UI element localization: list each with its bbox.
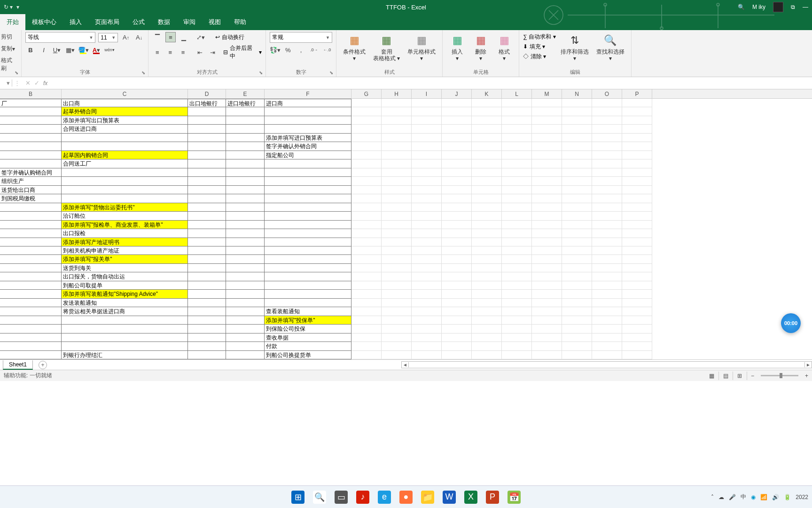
cell[interactable]: 添加并填写"报检单、商业发票、装箱单": [62, 221, 188, 229]
cell[interactable]: [382, 142, 412, 151]
cell[interactable]: [622, 272, 652, 281]
cell[interactable]: [592, 299, 622, 307]
tab-view[interactable]: 视图: [202, 14, 227, 30]
cell[interactable]: [562, 194, 592, 203]
cell[interactable]: [265, 159, 351, 168]
avatar[interactable]: [773, 2, 783, 12]
cell[interactable]: [622, 342, 652, 350]
cell[interactable]: [622, 290, 652, 298]
taskbar-firefox-icon[interactable]: ●: [397, 488, 415, 507]
cell[interactable]: [442, 134, 472, 142]
cell[interactable]: [622, 246, 652, 255]
cell[interactable]: [442, 281, 472, 290]
cell[interactable]: [532, 194, 562, 203]
cell[interactable]: [0, 151, 62, 159]
cell[interactable]: [472, 299, 502, 307]
cell[interactable]: [622, 134, 652, 142]
cell[interactable]: [351, 134, 382, 142]
cell[interactable]: [412, 125, 442, 133]
merge-center-button[interactable]: ⊟合并后居中▾: [223, 44, 262, 60]
format-as-table-button[interactable]: ▦套用表格格式 ▾: [370, 32, 403, 68]
cell[interactable]: [622, 212, 652, 220]
cell[interactable]: [62, 194, 188, 203]
cell[interactable]: [532, 177, 562, 185]
cell[interactable]: [351, 333, 382, 342]
cell[interactable]: [188, 290, 226, 298]
cell[interactable]: [351, 229, 382, 238]
cell[interactable]: [226, 229, 265, 238]
cell[interactable]: [62, 342, 188, 350]
cell[interactable]: [472, 151, 502, 159]
cell[interactable]: [622, 194, 652, 203]
align-center-icon[interactable]: ≡: [165, 47, 175, 57]
view-layout-icon[interactable]: ▤: [719, 372, 733, 380]
cell[interactable]: [265, 203, 351, 212]
cell[interactable]: [188, 342, 226, 350]
copy-button[interactable]: 复制 ▾: [1, 44, 17, 54]
cell[interactable]: [502, 238, 532, 246]
cell[interactable]: [188, 272, 226, 281]
cell[interactable]: [351, 246, 382, 255]
cell[interactable]: [226, 168, 265, 177]
cell[interactable]: [502, 264, 532, 272]
cell[interactable]: 送货给出口商: [0, 186, 62, 194]
cell[interactable]: [562, 203, 592, 212]
cell[interactable]: 查看装船通知: [265, 307, 351, 316]
cell[interactable]: [265, 264, 351, 272]
cell[interactable]: [502, 151, 532, 159]
cell[interactable]: [562, 229, 592, 238]
cell[interactable]: 起草国内购销合同: [62, 151, 188, 159]
cell[interactable]: [442, 229, 472, 238]
cell[interactable]: [188, 203, 226, 212]
cell[interactable]: [226, 246, 265, 255]
cell[interactable]: [265, 221, 351, 229]
format-cells-button[interactable]: ▦格式▾: [493, 32, 515, 68]
cell[interactable]: [592, 325, 622, 333]
cell[interactable]: [472, 264, 502, 272]
cell[interactable]: [472, 351, 502, 359]
cell[interactable]: 添加并填写"货物出运委托书": [62, 203, 188, 212]
cell[interactable]: [382, 221, 412, 229]
cell[interactable]: [188, 151, 226, 159]
col-header-P[interactable]: P: [622, 89, 652, 98]
tray-clock[interactable]: 2022: [796, 494, 808, 500]
cell[interactable]: [562, 333, 592, 342]
cell[interactable]: [562, 159, 592, 168]
cell[interactable]: [265, 290, 351, 298]
align-right-icon[interactable]: ≡: [178, 47, 188, 57]
cell[interactable]: [502, 142, 532, 151]
cell[interactable]: [592, 151, 622, 159]
cell[interactable]: [226, 281, 265, 290]
cell[interactable]: [502, 203, 532, 212]
cell[interactable]: [502, 159, 532, 168]
cell[interactable]: [592, 351, 622, 359]
cell[interactable]: [502, 186, 532, 194]
cell[interactable]: [532, 203, 562, 212]
cell[interactable]: [188, 134, 226, 142]
cell[interactable]: [472, 342, 502, 350]
cell[interactable]: [188, 333, 226, 342]
cell[interactable]: [502, 212, 532, 220]
cell[interactable]: [532, 351, 562, 359]
find-select-button[interactable]: 🔍查找和选择▾: [593, 32, 627, 63]
cell[interactable]: [532, 142, 562, 151]
cell[interactable]: [382, 177, 412, 185]
cell[interactable]: [562, 125, 592, 133]
cell[interactable]: [592, 212, 622, 220]
cell[interactable]: [412, 186, 442, 194]
cell[interactable]: [412, 316, 442, 325]
cell[interactable]: [622, 186, 652, 194]
cell[interactable]: 签字并确认外销合同: [265, 142, 351, 151]
cell[interactable]: [592, 281, 622, 290]
cell[interactable]: [382, 272, 412, 281]
cell[interactable]: [412, 116, 442, 125]
cell[interactable]: [532, 212, 562, 220]
cell[interactable]: [472, 186, 502, 194]
cell[interactable]: [622, 159, 652, 168]
cell[interactable]: 送货到海关: [62, 264, 188, 272]
cell[interactable]: [226, 212, 265, 220]
cancel-icon[interactable]: ✕: [25, 79, 31, 87]
cell[interactable]: [412, 212, 442, 220]
cell[interactable]: [188, 107, 226, 116]
cell[interactable]: [562, 246, 592, 255]
